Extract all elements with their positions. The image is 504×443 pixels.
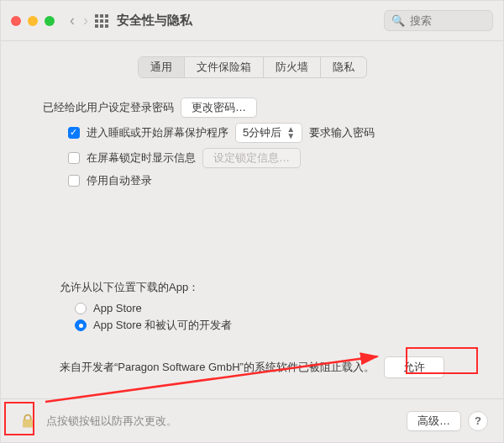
blocked-software-text: 来自开发者“Paragon Software GmbH”的系统软件已被阻止载入。 xyxy=(60,360,375,375)
tab-2[interactable]: 防火墙 xyxy=(264,57,321,77)
disable-autologin-checkbox[interactable] xyxy=(68,175,80,187)
download-source-label-0: App Store xyxy=(93,302,142,314)
forward-button[interactable]: › xyxy=(81,12,90,29)
chevron-updown-icon: ▲▼ xyxy=(286,126,295,140)
show-message-label: 在屏幕锁定时显示信息 xyxy=(87,150,196,166)
password-set-label: 已经给此用户设定登录密码 xyxy=(43,100,174,115)
require-password-label-after: 要求输入密码 xyxy=(309,125,375,140)
close-icon[interactable] xyxy=(11,16,21,26)
download-source-label-1: App Store 和被认可的开发者 xyxy=(93,318,232,333)
tab-bar: 通用文件保险箱防火墙隐私 xyxy=(138,56,367,78)
traffic-lights[interactable] xyxy=(11,16,55,26)
disable-autologin-label: 停用自动登录 xyxy=(87,173,152,188)
set-lock-message-button: 设定锁定信息… xyxy=(202,148,301,168)
search-icon: 🔍 xyxy=(391,14,405,27)
search-input[interactable] xyxy=(408,13,486,28)
allow-downloads-heading: 允许从以下位置下载的App： xyxy=(60,280,444,295)
minimize-icon[interactable] xyxy=(28,16,38,26)
page-title: 安全性与隐私 xyxy=(117,13,192,29)
allow-button[interactable]: 允许 xyxy=(384,356,444,378)
help-button[interactable]: ? xyxy=(468,411,488,431)
tab-3[interactable]: 隐私 xyxy=(321,57,366,77)
require-password-delay-select[interactable]: 5分钟后 ▲▼ xyxy=(235,123,302,143)
download-source-radio-0[interactable] xyxy=(75,303,87,314)
svg-rect-0 xyxy=(24,419,33,427)
zoom-icon[interactable] xyxy=(45,16,55,26)
lock-icon[interactable] xyxy=(16,409,39,433)
download-source-radio-1[interactable] xyxy=(75,319,87,331)
change-password-button[interactable]: 更改密码… xyxy=(181,98,257,118)
advanced-button[interactable]: 高级… xyxy=(407,411,461,431)
footer-lock-text: 点按锁按钮以防再次更改。 xyxy=(46,414,177,429)
require-password-checkbox[interactable] xyxy=(68,127,80,139)
require-password-label-before: 进入睡眠或开始屏幕保护程序 xyxy=(87,125,228,140)
show-all-icon[interactable] xyxy=(95,14,108,28)
show-message-checkbox[interactable] xyxy=(68,152,80,164)
back-button[interactable]: ‹ xyxy=(68,12,76,29)
search-field[interactable]: 🔍 xyxy=(384,10,493,31)
tab-1[interactable]: 文件保险箱 xyxy=(185,57,264,77)
tab-0[interactable]: 通用 xyxy=(139,57,185,77)
